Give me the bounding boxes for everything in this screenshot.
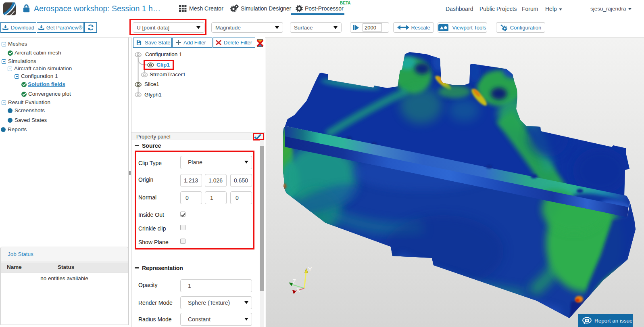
svg-text:Z: Z bbox=[293, 278, 296, 285]
svg-text:Y: Y bbox=[308, 266, 312, 272]
svg-text:X: X bbox=[296, 287, 300, 293]
